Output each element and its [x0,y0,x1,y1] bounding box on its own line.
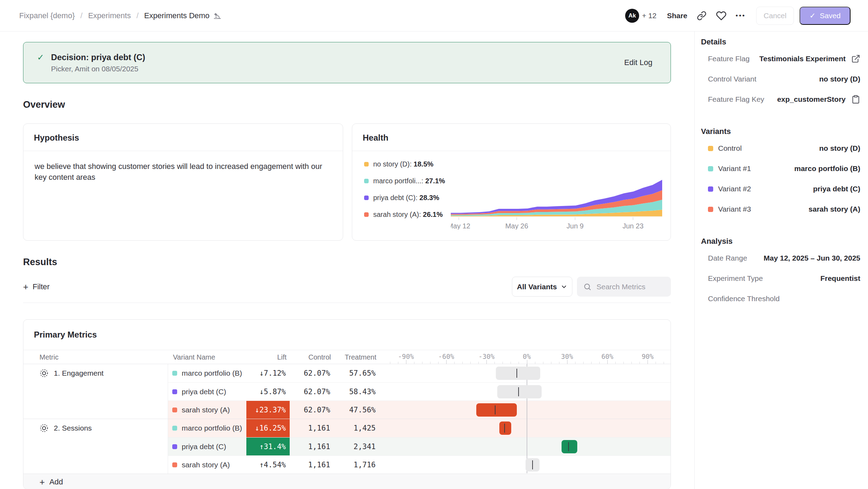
row-value-text: exp_customerStory [777,95,846,104]
check-icon: ✓ [37,52,44,73]
ci-axis-tick [535,362,535,364]
column-treatment: Treatment [332,353,377,361]
saved-label: Saved [820,12,841,20]
row-label: Control Variant [708,75,757,83]
breadcrumb-separator: / [136,11,138,20]
avatar-overflow-count[interactable]: + 12 [642,12,656,20]
health-legend-item: no story (D): 18.5% [364,160,445,168]
saved-button[interactable]: ✓ Saved [800,7,851,25]
ci-axis-tick [406,360,406,364]
variant-swatch [172,371,177,376]
share-button[interactable]: Share [667,12,687,20]
row-value-text: marco portfolio (B) [794,164,860,173]
confidence-interval-bar [496,367,540,380]
row-label-text: Feature Flag Key [708,95,764,104]
table-row[interactable]: priya debt (C)↑31.4%1,1612,341 [168,437,671,455]
table-row[interactable]: priya debt (C)↓5.87%62.07%58.43% [168,382,671,401]
variant-name-cell: sarah story (A) [168,401,246,419]
page-title: Experiments Demo [144,11,210,20]
add-filter-button[interactable]: + Filter [23,282,50,291]
metric-name[interactable]: 1. Engagement [23,364,168,382]
legend-swatch [364,179,369,183]
metric-rows: marco portfolio (B)↓7.12%62.07%57.65%pri… [168,364,671,419]
details-row: Control Variantno story (D) [701,69,860,89]
metrics-table-body: 1. Engagementmarco portfolio (B)↓7.12%62… [23,364,671,474]
column-lift: Lift [247,353,290,361]
lift-value: ↑4.54% [246,456,290,474]
variant-name-cell: marco portfolio (B) [168,419,246,437]
add-metric-button[interactable]: + Add [23,474,671,489]
row-value: no story (D) [819,75,860,83]
confidence-interval-bar [499,421,512,435]
results-toolbar: + Filter All Variants [23,277,671,297]
control-value: 62.07% [290,401,331,419]
treatment-value: 47.56% [331,401,376,419]
lift-point-marker [516,369,517,378]
ci-axis-tick [422,362,422,364]
row-value-text: no story (D) [819,75,860,83]
favorite-heart-icon[interactable] [716,10,726,21]
ci-axis-tick [454,362,455,364]
variants-dropdown[interactable]: All Variants [512,277,572,297]
search-metrics-input[interactable] [596,283,663,291]
chevron-down-icon [560,283,567,290]
lift-point-marker [568,442,569,451]
spacer [376,364,385,382]
metric-name[interactable]: 2. Sessions [23,419,168,437]
table-row[interactable]: marco portfolio (B)↓7.12%62.07%57.65% [168,364,671,382]
external-link-icon[interactable] [851,54,860,63]
variant-swatch [172,408,177,412]
health-card: Health no story (D): 18.5%marco portfoli… [352,123,671,241]
topbar-actions: Ak + 12 Share ••• Cancel ✓ Saved [625,7,851,25]
search-icon [583,283,592,291]
row-label: Feature Flag Key [708,95,764,104]
control-value: 62.07% [290,383,331,401]
plus-icon: + [39,478,45,486]
variants-heading: Variants [701,127,860,136]
x-axis-tick-label: May 26 [505,222,528,229]
column-variant-name: Variant Name [169,353,247,361]
ci-axis-tick [543,362,543,364]
table-row[interactable]: sarah story (A)↓23.37%62.07%47.56% [168,401,671,419]
clipboard-copy-icon[interactable] [851,95,860,104]
table-row[interactable]: sarah story (A)↑4.54%1,1611,716 [168,455,671,474]
spacer [376,401,385,419]
ci-axis-tick [462,362,463,364]
treatment-value: 1,425 [331,419,376,437]
filter-label: Filter [32,282,50,291]
table-row[interactable]: marco portfolio (B)↓16.25%1,1611,425 [168,419,671,437]
edit-log-button[interactable]: Edit Log [624,58,652,67]
microscope-icon [213,12,222,20]
check-icon: ✓ [809,12,816,20]
confidence-interval-bar [562,440,577,453]
row-value-text: May 12, 2025 – Jun 30, 2025 [764,254,860,262]
ci-axis-label: -90% [398,353,414,360]
lift-point-marker [518,387,519,396]
ci-axis-tick [559,362,559,364]
lift-point-marker [504,424,505,433]
page-body: ✓ Decision: priya debt (C) Picker, Amit … [0,31,868,489]
ci-axis-label: 90% [642,353,653,360]
ci-axis-label: -60% [438,353,454,360]
details-section: Details Feature FlagTestimonials Experim… [701,37,860,109]
variant-name-cell: sarah story (A) [168,456,246,474]
breadcrumb-project[interactable]: Fixpanel {demo} [19,11,75,20]
top-bar: Fixpanel {demo} / Experiments / Experime… [0,0,868,31]
decision-banner: ✓ Decision: priya debt (C) Picker, Amit … [23,42,671,83]
ci-axis-tick [607,360,608,364]
ci-axis-tick [575,362,576,364]
health-card-title: Health [352,124,671,151]
control-value: 1,161 [290,456,331,474]
ci-axis-tick [591,362,592,364]
row-label: Experiment Type [708,274,763,283]
metrics-table-header: Metric Variant Name Lift Control Treatme… [23,350,671,364]
details-heading: Details [701,37,860,47]
cancel-button[interactable]: Cancel [756,7,794,25]
avatar[interactable]: Ak [625,9,639,23]
control-value: 1,161 [290,438,331,455]
more-options-icon[interactable]: ••• [736,12,746,20]
breadcrumb-experiments[interactable]: Experiments [88,11,131,20]
copy-link-icon[interactable] [697,11,707,21]
ci-axis-label: 30% [561,353,573,360]
ci-plot-cell [385,364,667,382]
